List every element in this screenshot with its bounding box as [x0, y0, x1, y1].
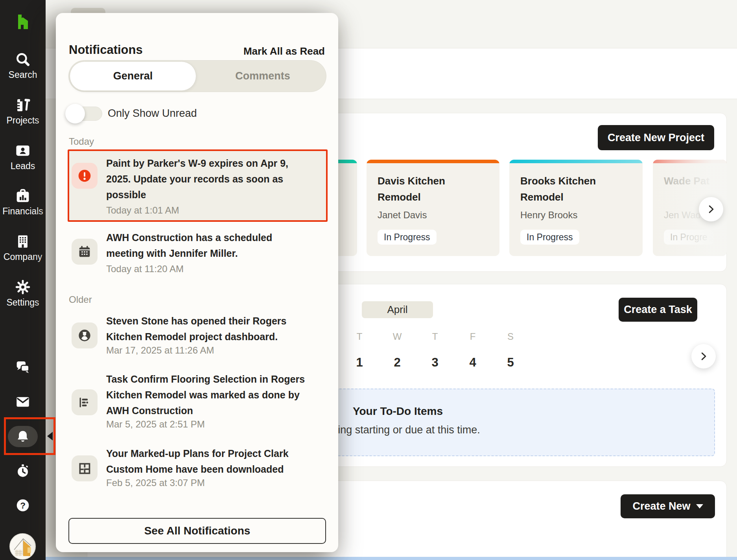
house-sketch-avatar-image [10, 534, 35, 559]
project-accent-bar [367, 160, 499, 163]
create-new-label: Create New [632, 500, 690, 512]
bell-icon [15, 429, 30, 444]
sidebar-item-search[interactable]: Search [0, 51, 46, 80]
create-new-dropdown-button[interactable]: Create New [621, 494, 715, 518]
project-client: Henry Brooks [520, 210, 577, 221]
section-older: Older [69, 294, 92, 305]
project-title: Brooks Kitchen Remodel [520, 173, 596, 205]
houzz-logo-icon [13, 13, 32, 31]
notification-time: Feb 5, 2025 at 3:07 PM [106, 477, 205, 488]
calendar-day[interactable]: 4 [461, 356, 485, 370]
popover-arrow [47, 432, 53, 440]
notification-title[interactable]: Steven Stone has opened their Rogers Kit… [106, 313, 295, 344]
sidebar-item-projects[interactable]: Projects [0, 97, 46, 126]
notifications-bell-button[interactable] [8, 426, 38, 447]
client-avatar-icon [72, 322, 98, 348]
weekday-label: W [385, 331, 409, 342]
see-all-notifications-button[interactable]: See All Notifications [68, 518, 326, 544]
houzz-logo[interactable] [0, 13, 46, 31]
calendar-day[interactable]: 1 [348, 356, 371, 370]
weekday-label: T [348, 331, 371, 342]
sidebar-item-label: Company [0, 252, 46, 262]
floor-plan-icon [72, 455, 98, 481]
tab-general[interactable]: General [70, 61, 196, 92]
notifications-tabs: General Comments [68, 60, 326, 92]
notification-time: Mar 17, 2025 at 11:26 AM [106, 345, 214, 356]
sidebar-item-label: Financials [0, 206, 46, 217]
project-status-badge: In Progress [378, 230, 437, 245]
sidebar-item-label: Search [0, 70, 46, 80]
caret-down-icon [696, 504, 703, 508]
stopwatch-icon [15, 463, 31, 479]
toggle-label: Only Show Unread [108, 107, 197, 120]
calendar-icon [72, 239, 98, 265]
notification-title[interactable]: Task Confirm Flooring Selection in Roger… [106, 371, 321, 418]
notification-title[interactable]: Paint by Parker's W-9 expires on Apr 9, … [106, 155, 303, 203]
bottom-blue-strip [0, 557, 737, 560]
notifications-panel: Notifications Mark All as Read General C… [56, 13, 338, 552]
sidebar-item-financials[interactable]: Financials [0, 188, 46, 217]
weekday-label: F [461, 331, 485, 342]
svg-text:?: ? [20, 501, 26, 510]
chat-bubbles-icon [15, 359, 31, 375]
sidebar: Search Projects Leads [0, 0, 46, 560]
notification-title[interactable]: AWH Construction has a scheduled meeting… [106, 230, 295, 261]
projects-next-button[interactable] [699, 197, 723, 221]
mail-icon-button[interactable] [0, 394, 46, 410]
mark-all-as-read-button[interactable]: Mark All as Read [243, 45, 325, 57]
notification-time: Today at 11:20 AM [106, 263, 184, 274]
create-new-project-button[interactable]: Create New Project [598, 125, 714, 150]
houzz-pro-screen: Create New Project Davis Kitchen Remodel… [0, 0, 737, 560]
chevron-right-icon [706, 204, 716, 214]
toggle-knob[interactable] [65, 104, 85, 123]
gantt-task-icon [72, 389, 98, 415]
building-icon [15, 233, 31, 250]
project-accent-bar [509, 160, 643, 163]
tab-comments[interactable]: Comments [199, 61, 326, 92]
chevron-right-icon [698, 351, 709, 361]
calendar-day[interactable]: 3 [423, 356, 447, 370]
notification-title[interactable]: Your Marked-up Plans for Project Clark C… [106, 446, 303, 477]
sidebar-item-label: Settings [0, 297, 46, 308]
sidebar-item-company[interactable]: Company [0, 233, 46, 262]
calendar-day[interactable]: 5 [499, 356, 522, 370]
envelope-icon [15, 394, 31, 410]
sidebar-item-label: Leads [0, 161, 46, 171]
help-icon-button[interactable]: ? [0, 497, 46, 513]
notification-time: Today at 1:01 AM [106, 205, 179, 216]
alert-icon [72, 163, 98, 189]
sidebar-item-leads[interactable]: Leads [0, 142, 46, 171]
ruler-hammer-icon [15, 97, 31, 113]
calendar-next-button[interactable] [691, 344, 716, 368]
month-selector[interactable]: April [362, 301, 433, 318]
contact-card-icon [15, 142, 31, 159]
briefcase-chart-icon [15, 188, 31, 204]
calendar-day[interactable]: 2 [385, 356, 409, 370]
project-card-davis[interactable]: Davis Kitchen Remodel Janet Davis In Pro… [367, 160, 499, 256]
question-mark-icon: ? [15, 497, 31, 513]
weekday-label: S [499, 331, 522, 342]
project-title: Davis Kitchen Remodel [378, 173, 445, 205]
gear-icon [15, 279, 31, 295]
sidebar-item-settings[interactable]: Settings [0, 279, 46, 308]
section-today: Today [69, 136, 94, 147]
project-card-brooks[interactable]: Brooks Kitchen Remodel Henry Brooks In P… [509, 160, 643, 256]
weekday-label: T [423, 331, 447, 342]
search-icon [15, 51, 31, 68]
user-avatar[interactable] [9, 533, 36, 560]
project-client: Janet Davis [378, 210, 427, 221]
create-a-task-button[interactable]: Create a Task [619, 298, 697, 322]
project-status-badge: In Progress [520, 230, 579, 245]
messages-icon-button[interactable] [0, 359, 46, 375]
notification-time: Mar 5, 2025 at 2:51 PM [106, 419, 205, 430]
panel-title: Notifications [69, 43, 143, 57]
sidebar-item-label: Projects [0, 115, 46, 126]
time-tracker-icon-button[interactable] [0, 463, 46, 479]
